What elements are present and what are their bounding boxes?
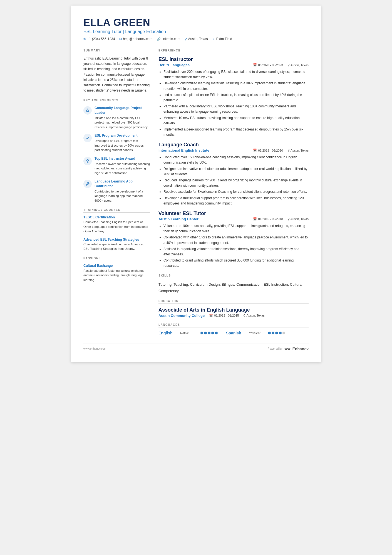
- language-item: English Native: [158, 331, 218, 335]
- pin-icon: ⚲: [287, 217, 290, 221]
- calendar-icon: 📅: [209, 314, 213, 317]
- skills-text: Tutoring, Teaching, Curriculum Design, B…: [158, 282, 309, 294]
- job-dates: 📅 01/2015 - 02/2018: [253, 217, 283, 221]
- course-desc: Completed Teaching English to Speakers o…: [83, 220, 150, 234]
- contact-email: ✉ help@enhancv.com: [119, 37, 152, 41]
- language-dot: [211, 332, 214, 334]
- left-column: SUMMARY Enthusiastic ESL Learning Tutor …: [83, 49, 150, 335]
- footer-url: www.enhancv.com: [83, 347, 106, 350]
- job-title: Language Coach: [158, 142, 309, 148]
- job-meta-row: Austin Learning Center 📅 01/2015 - 02/20…: [158, 217, 309, 221]
- achievement-title: ESL Program Development: [95, 133, 150, 138]
- language-dot: [208, 332, 210, 334]
- contact-linkedin: 🔗 linkedin.com: [157, 37, 180, 41]
- passion-item: Cultural Exchange Passionate about foste…: [83, 264, 150, 282]
- bullet-item: Received accolade for Excellence in Coac…: [163, 189, 309, 194]
- bullet-list: Facilitated over 200 hours of engaging E…: [158, 69, 309, 137]
- achievement-content: Language Learning App Contributor Contri…: [95, 179, 150, 203]
- achievement-item: Community Language Project Leader Initia…: [83, 106, 150, 129]
- course-title: Advanced ESL Teaching Strategies: [83, 238, 150, 241]
- pin-icon: ⚲: [287, 149, 290, 152]
- job-dates: 📅 06/2020 - 09/2023: [253, 63, 283, 67]
- achievement-content: ESL Program Development Developed an ESL…: [95, 133, 150, 152]
- language-dot: [200, 332, 203, 334]
- languages-list: English Native Spanish Proficient: [158, 331, 309, 335]
- achievement-desc: Contributed to the development of a lang…: [95, 189, 150, 203]
- achievement-desc: Initiated and led a community ESL projec…: [95, 116, 150, 130]
- training-label: TRAINING / COURSES: [83, 208, 150, 213]
- bullet-item: Contributed to grant writing efforts whi…: [163, 258, 309, 268]
- achievement-title: Language Learning App Contributor: [95, 179, 150, 189]
- calendar-icon: 📅: [253, 63, 257, 67]
- summary-text: Enthusiastic ESL Learning Tutor with ove…: [83, 56, 150, 93]
- bullet-list: Conducted over 150 one-on-one coaching s…: [158, 155, 309, 206]
- education-label: EDUCATION: [158, 300, 309, 304]
- achievement-item: Language Learning App Contributor Contri…: [83, 179, 150, 203]
- bullet-item: Volunteered 100+ hours annually, providi…: [163, 223, 309, 234]
- achievement-icon: [83, 157, 92, 165]
- footer: www.enhancv.com Powered by Enhancv: [83, 344, 309, 351]
- candidate-name: ELLA GREEN: [83, 17, 309, 28]
- experience-label: EXPERIENCE: [158, 49, 309, 53]
- bullet-item: Reduced language barriers for 200+ clien…: [163, 178, 309, 188]
- edu-degree: Associate of Arts in English Language: [158, 307, 309, 313]
- passion-desc: Passionate about fostering cultural exch…: [83, 268, 150, 282]
- achievement-title: Community Language Project Leader: [95, 106, 150, 115]
- passions-label: PASSIONS: [83, 257, 150, 261]
- candidate-title: ESL Learning Tutor | Language Education: [83, 29, 309, 34]
- language-name: Spanish: [226, 331, 245, 335]
- contact-phone: ✆ +1-(234)-555-1234: [83, 37, 115, 41]
- job-title: ESL Instructor: [158, 56, 309, 62]
- job-title: Volunteer ESL Tutor: [158, 211, 309, 216]
- bullet-item: Implemented a peer-supported learning pr…: [163, 127, 309, 137]
- calendar-icon: 📅: [253, 149, 257, 152]
- achievement-icon: [83, 134, 92, 142]
- course-desc: Completed a specialized course in Advanc…: [83, 242, 150, 251]
- job-company: Berlitz Languages: [158, 63, 190, 67]
- course-item: Advanced ESL Teaching Strategies Complet…: [83, 238, 150, 251]
- language-dot: [215, 332, 218, 334]
- contact-row: ✆ +1-(234)-555-1234 ✉ help@enhancv.com 🔗…: [83, 37, 309, 44]
- job-company: International English Institute: [158, 148, 209, 152]
- training-list: TESOL Certification Completed Teaching E…: [83, 215, 150, 251]
- job-block: ESL Instructor Berlitz Languages 📅 06/20…: [158, 56, 309, 137]
- job-meta-row: International English Institute 📅 03/201…: [158, 148, 309, 152]
- course-title: TESOL Certification: [83, 215, 150, 219]
- achievement-icon: [83, 180, 92, 188]
- edu-meta-row: Austin Community College 📅 01/2013 - 01/…: [158, 314, 309, 318]
- edu-dates: 📅 01/2013 - 01/2015: [209, 314, 239, 317]
- language-level: Native: [180, 331, 198, 335]
- location-icon: ⚲: [185, 37, 187, 41]
- enhancv-logo-icon: [284, 347, 291, 351]
- language-name: English: [158, 331, 178, 335]
- job-meta-row: Berlitz Languages 📅 06/2020 - 09/2023 ⚲ …: [158, 63, 309, 67]
- experience-list: ESL Instructor Berlitz Languages 📅 06/20…: [158, 56, 309, 268]
- language-dot: [279, 332, 282, 334]
- summary-label: SUMMARY: [83, 49, 150, 53]
- achievement-title: Top ESL Instructor Award: [95, 156, 150, 161]
- language-dot: [272, 332, 274, 334]
- contact-extra: ☆ Extra Field: [212, 37, 232, 41]
- pin-icon: ⚲: [287, 63, 290, 67]
- email-icon: ✉: [119, 37, 122, 41]
- job-location: ⚲ Austin, Texas: [287, 217, 309, 221]
- language-dots: [268, 332, 285, 334]
- course-item: TESOL Certification Completed Teaching E…: [83, 215, 150, 234]
- bullet-item: Partnered with a local library for ESL w…: [163, 104, 309, 114]
- bullet-item: Facilitated over 200 hours of engaging E…: [163, 69, 309, 80]
- achievement-desc: Received award for outstanding teaching …: [95, 162, 150, 176]
- passion-title: Cultural Exchange: [83, 264, 150, 268]
- calendar-icon: 📅: [253, 217, 257, 221]
- bullet-item: Developed a multilingual support program…: [163, 196, 309, 206]
- bullet-item: Designed an innovative curriculum for ad…: [163, 166, 309, 177]
- footer-powered: Powered by Enhancv: [268, 347, 309, 351]
- contact-location: ⚲ Austin, Texas: [185, 37, 208, 41]
- achievement-desc: Developed an ESL program that improved t…: [95, 139, 150, 152]
- star-icon: ☆: [212, 37, 215, 41]
- job-company: Austin Learning Center: [158, 217, 199, 221]
- job-block: Language Coach International English Ins…: [158, 142, 309, 206]
- bullet-item: Led a successful pilot of online ESL ins…: [163, 92, 309, 103]
- edu-school: Austin Community College: [158, 314, 205, 318]
- job-block: Volunteer ESL Tutor Austin Learning Cent…: [158, 211, 309, 269]
- svg-marker-0: [86, 109, 89, 112]
